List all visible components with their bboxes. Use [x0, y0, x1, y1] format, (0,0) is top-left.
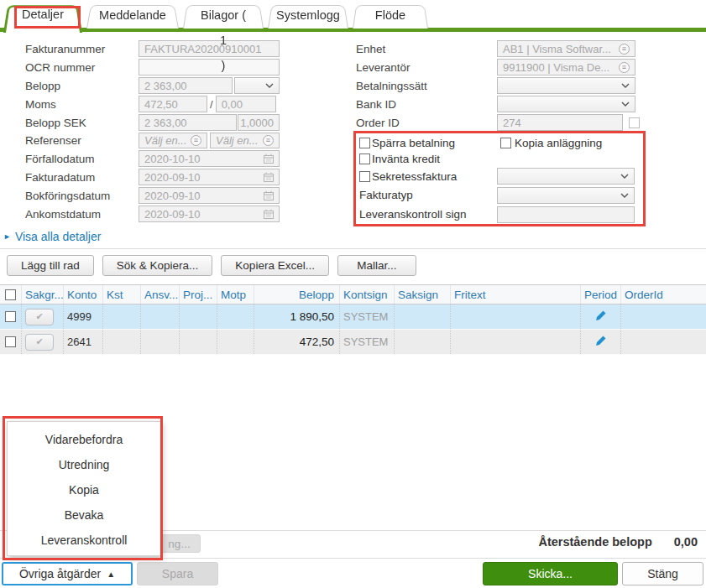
fakturatyp-dropdown[interactable]	[497, 187, 635, 204]
saksign-cell[interactable]	[395, 304, 451, 329]
leveranskontroll-sign-input[interactable]	[497, 206, 635, 223]
mallar-button[interactable]: Mallar...	[337, 255, 416, 276]
row-checkbox[interactable]	[5, 336, 16, 347]
ovriga-atgarder-button[interactable]: Övriga åtgärder ▲	[2, 562, 133, 585]
menu-item-kopia[interactable]: Kopia	[8, 477, 160, 502]
sekretessfaktura-checkbox[interactable]	[359, 171, 370, 182]
kst-cell[interactable]	[103, 330, 141, 354]
kopiera-excel-button[interactable]: Kopiera Excel...	[221, 255, 329, 276]
fakturadatum-input[interactable]: 2020-09-10	[139, 169, 280, 185]
lagg-till-rad-button[interactable]: Lägg till rad	[7, 255, 94, 276]
proj-cell[interactable]	[180, 304, 217, 329]
kst-cell[interactable]	[103, 304, 141, 329]
column-header[interactable]: Konto	[64, 285, 103, 304]
menu-item-bevaka[interactable]: Bevaka	[8, 502, 160, 528]
orderid-cell[interactable]	[621, 330, 706, 354]
fritext-cell[interactable]	[451, 330, 581, 354]
column-header[interactable]: Kontsign	[340, 285, 395, 304]
field-label: Leveranskontroll sign	[359, 208, 467, 221]
column-header[interactable]: Proj...	[180, 285, 217, 304]
ansv-cell[interactable]	[141, 304, 180, 329]
calendar-icon[interactable]	[264, 190, 274, 200]
calendar-icon[interactable]	[264, 172, 274, 182]
lookup-menu-icon[interactable]: ≡	[263, 135, 274, 146]
approve-row-button[interactable]: ✔	[25, 334, 54, 351]
motp-cell[interactable]	[217, 304, 254, 329]
fritext-cell[interactable]	[451, 304, 581, 329]
column-header[interactable]: Kst	[103, 285, 141, 304]
ankomstdatum-input[interactable]: 2020-09-10	[139, 206, 280, 222]
belopp-sek-input[interactable]: 2 363,00	[139, 114, 237, 131]
calendar-icon[interactable]	[264, 209, 274, 219]
column-header[interactable]: Fritext	[451, 285, 581, 304]
tab-flode[interactable]: Flöde	[353, 3, 428, 29]
belopp-currency-dropdown[interactable]	[234, 77, 280, 94]
betalningssatt-dropdown[interactable]	[497, 77, 635, 94]
ansv-cell[interactable]	[141, 330, 180, 354]
referens-2-input[interactable]: Välj en...≡	[210, 133, 280, 148]
sekretess-dropdown[interactable]	[497, 168, 635, 185]
column-header[interactable]: Belopp	[254, 285, 340, 304]
spara-button[interactable]: Spara	[137, 562, 218, 585]
tab-meddelande[interactable]: Meddelande	[86, 3, 179, 29]
kontsign-cell[interactable]: SYSTEM	[340, 330, 395, 354]
bank-id-dropdown[interactable]	[497, 96, 635, 112]
sok-kopiera-button[interactable]: Sök & Kopiera...	[102, 255, 213, 276]
edit-pencil-icon[interactable]	[594, 334, 608, 350]
lookup-menu-icon[interactable]: ≡	[619, 44, 630, 55]
bokforingsdatum-input[interactable]: 2020-09-10	[139, 187, 280, 204]
valutakurs-input[interactable]: 1,0000	[238, 114, 280, 131]
kopia-anlaggning-checkbox[interactable]	[500, 138, 511, 148]
edit-pencil-icon[interactable]	[594, 309, 608, 325]
menu-item-utredning[interactable]: Utredning	[8, 452, 160, 477]
column-header[interactable]: Ansv...	[141, 285, 180, 304]
moms-input[interactable]: 472,50	[139, 96, 207, 112]
kontsign-cell[interactable]: SYSTEM	[340, 304, 395, 329]
period-cell[interactable]	[581, 330, 621, 354]
menu-item-leveranskontroll[interactable]: Leveranskontroll	[8, 528, 160, 553]
lookup-menu-icon[interactable]: ≡	[191, 135, 201, 146]
field-label: Ankomstdatum	[25, 208, 139, 221]
calendar-icon[interactable]	[264, 154, 274, 164]
belopp-input[interactable]: 2 363,00	[139, 77, 233, 94]
column-header[interactable]: OrderId	[621, 285, 706, 304]
table-row[interactable]: ✔ 4999 1 890,50 SYSTEM	[0, 304, 706, 330]
partially-hidden-button[interactable]: ng...	[158, 534, 201, 553]
order-id-input[interactable]: 274	[497, 114, 623, 131]
tab-detaljer[interactable]: Detaljer	[3, 2, 82, 33]
saksign-cell[interactable]	[395, 330, 451, 354]
tab-bilagor[interactable]: Bilagor (1)	[183, 3, 264, 29]
row-checkbox[interactable]	[5, 311, 16, 322]
stang-button[interactable]: Stäng	[622, 562, 703, 585]
column-header[interactable]: Saksign	[395, 285, 451, 304]
sparra-betalning-checkbox[interactable]	[359, 138, 370, 148]
lookup-menu-icon[interactable]: ≡	[619, 62, 630, 73]
approve-row-button[interactable]: ✔	[25, 309, 54, 325]
belopp-cell[interactable]: 472,50	[254, 330, 340, 354]
order-id-checkbox[interactable]	[629, 117, 640, 128]
column-header[interactable]: Period	[581, 285, 621, 304]
belopp-cell[interactable]: 1 890,50	[254, 304, 340, 329]
moms-procent-input[interactable]: 0,00	[216, 96, 276, 112]
motp-cell[interactable]	[217, 330, 254, 354]
menu-item-vidarebefordra[interactable]: Vidarebefordra	[8, 427, 160, 452]
referens-1-input[interactable]: Välj en...≡	[139, 133, 207, 148]
leverantor-input[interactable]: 9911900 | Visma De...≡	[497, 59, 635, 75]
orderid-cell[interactable]	[621, 304, 706, 329]
skicka-button[interactable]: Skicka...	[483, 562, 618, 585]
konto-cell[interactable]: 2641	[64, 330, 103, 354]
select-all-checkbox[interactable]	[5, 289, 16, 300]
konto-cell[interactable]: 4999	[64, 304, 103, 329]
form-row: Belopp SEK 2 363,00 1,0000	[25, 113, 340, 132]
visa-alla-detaljer-link[interactable]: ► Visa alla detaljer	[3, 230, 101, 243]
forfallodatum-input[interactable]: 2020-10-10	[139, 150, 280, 167]
form-row: Sekretessfaktura	[356, 167, 646, 185]
proj-cell[interactable]	[180, 330, 217, 354]
invanta-kredit-checkbox[interactable]	[359, 154, 370, 164]
column-header[interactable]: Sakgr...	[22, 285, 64, 304]
period-cell[interactable]	[581, 304, 621, 329]
tab-systemlogg[interactable]: Systemlogg	[268, 3, 348, 29]
enhet-input[interactable]: AB1 | Visma Softwar...≡	[497, 40, 635, 57]
column-header[interactable]: Motp	[217, 285, 254, 304]
table-row[interactable]: ✔ 2641 472,50 SYSTEM	[0, 330, 706, 355]
